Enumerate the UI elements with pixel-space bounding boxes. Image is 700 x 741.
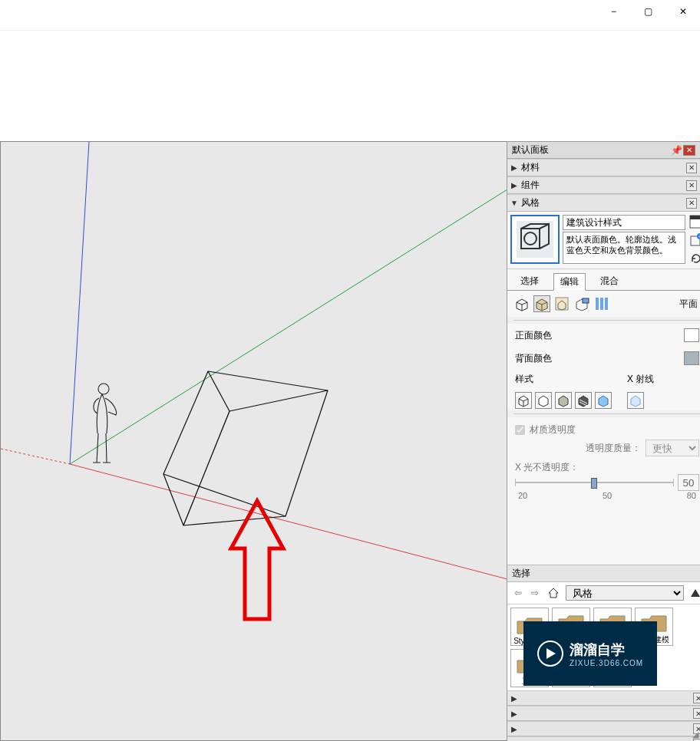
style-wireframe-icon[interactable] bbox=[515, 392, 532, 409]
svg-rect-5 bbox=[517, 221, 553, 258]
close-icon: ✕ bbox=[679, 6, 687, 17]
chevron-down-icon: ▼ bbox=[510, 199, 518, 207]
details-icon[interactable] bbox=[688, 586, 700, 600]
section-collapsed[interactable]: ▶✕ bbox=[507, 690, 700, 706]
section-components[interactable]: ▶ 组件 ✕ bbox=[507, 176, 700, 194]
section-styles-label: 风格 bbox=[521, 196, 540, 209]
pin-icon[interactable]: 📌 bbox=[671, 145, 682, 156]
section-materials-label: 材料 bbox=[521, 161, 540, 174]
section-components-label: 组件 bbox=[521, 179, 540, 192]
close-button[interactable]: ✕ bbox=[665, 0, 700, 23]
maximize-icon: ▢ bbox=[644, 6, 652, 17]
tray-close-button[interactable]: ✕ bbox=[683, 145, 695, 156]
section-materials[interactable]: ▶ 材料 ✕ bbox=[507, 159, 700, 176]
watermark-settings-icon[interactable] bbox=[573, 295, 590, 312]
section-styles[interactable]: ▼ 风格 ✕ bbox=[507, 194, 700, 212]
xray-label: X 射线 bbox=[627, 373, 654, 389]
toolbar-area bbox=[0, 31, 700, 141]
styles-category-select[interactable]: 风格 bbox=[566, 585, 684, 601]
material-transparency-label: 材质透明度 bbox=[530, 423, 576, 436]
minimize-button[interactable]: − bbox=[596, 0, 631, 23]
section-close-button[interactable]: ✕ bbox=[693, 693, 700, 703]
watermark-overlay: 溜溜自学 ZIXUE.3D66.COM bbox=[523, 621, 657, 686]
chevron-right-icon: ▶ bbox=[510, 181, 518, 189]
style-name-input[interactable] bbox=[563, 215, 685, 230]
style-description: 默认表面颜色。轮廓边线。浅蓝色天空和灰色背景颜色。 bbox=[563, 232, 685, 264]
chevron-right-icon: ▶ bbox=[510, 710, 518, 718]
settings-category-label: 平面 bbox=[679, 298, 700, 311]
new-style-icon[interactable]: + bbox=[689, 233, 700, 247]
tray-title[interactable]: 默认面板 📌 ✕ bbox=[507, 142, 700, 159]
svg-rect-8 bbox=[690, 216, 700, 219]
background-settings-icon[interactable] bbox=[553, 295, 570, 312]
nav-forward-button[interactable]: ⇨ bbox=[529, 588, 541, 598]
transparency-quality-label: 透明度质量： bbox=[586, 442, 641, 455]
svg-line-0 bbox=[70, 464, 507, 579]
style-textured-icon[interactable] bbox=[575, 392, 592, 409]
maximize-button[interactable]: ▢ bbox=[631, 0, 665, 23]
svg-rect-15 bbox=[600, 298, 603, 310]
opacity-value-input[interactable] bbox=[678, 474, 699, 491]
play-icon bbox=[537, 641, 563, 667]
style-monochrome-icon[interactable] bbox=[595, 392, 612, 409]
style-hidden-icon[interactable] bbox=[535, 392, 552, 409]
front-color-swatch[interactable] bbox=[684, 328, 699, 342]
home-icon[interactable] bbox=[546, 585, 561, 601]
viewport-3d[interactable] bbox=[0, 141, 507, 741]
minimize-icon: − bbox=[611, 6, 616, 17]
section-collapsed[interactable]: ▶✕ bbox=[507, 706, 700, 721]
section-close-button[interactable]: ✕ bbox=[686, 198, 697, 209]
transparency-quality-select[interactable]: 更快 bbox=[646, 440, 699, 456]
show-secondary-icon[interactable] bbox=[689, 215, 700, 229]
modeling-settings-icon[interactable] bbox=[593, 295, 610, 312]
style-label: 样式 bbox=[515, 373, 612, 389]
svg-rect-14 bbox=[596, 298, 599, 310]
svg-line-2 bbox=[70, 189, 507, 464]
front-color-label: 正面颜色 bbox=[515, 329, 678, 342]
tab-edit[interactable]: 编辑 bbox=[553, 273, 586, 291]
section-collapsed[interactable]: ▶✕ bbox=[507, 736, 700, 741]
slider-max-label: 80 bbox=[687, 491, 696, 500]
section-collapsed[interactable]: ▶✕ bbox=[507, 721, 700, 736]
window-titlebar: − ▢ ✕ bbox=[0, 0, 700, 31]
chooser-head[interactable]: 选择 bbox=[507, 565, 700, 582]
tab-select[interactable]: 选择 bbox=[513, 272, 546, 290]
edge-settings-icon[interactable] bbox=[513, 295, 530, 312]
svg-line-3 bbox=[70, 142, 89, 464]
face-settings-icon[interactable] bbox=[533, 295, 550, 312]
section-close-button[interactable]: ✕ bbox=[686, 163, 697, 173]
svg-point-4 bbox=[98, 384, 109, 394]
chevron-right-icon: ▶ bbox=[510, 725, 518, 733]
svg-line-1 bbox=[1, 449, 70, 464]
tab-mix[interactable]: 混合 bbox=[593, 272, 626, 290]
refresh-icon[interactable] bbox=[689, 252, 700, 265]
opacity-slider[interactable] bbox=[515, 476, 673, 489]
material-transparency-checkbox[interactable] bbox=[515, 425, 525, 435]
svg-rect-12 bbox=[556, 298, 568, 310]
xray-mode-icon[interactable] bbox=[627, 392, 644, 409]
x-opacity-label: X 光不透明度： bbox=[515, 461, 699, 474]
section-close-button[interactable]: ✕ bbox=[693, 708, 700, 719]
watermark-subtext: ZIXUE.3D66.COM bbox=[570, 659, 643, 667]
style-thumbnail[interactable] bbox=[510, 215, 560, 264]
svg-rect-13 bbox=[583, 298, 589, 303]
section-close-button[interactable]: ✕ bbox=[686, 180, 697, 191]
tray-title-label: 默认面板 bbox=[512, 143, 549, 156]
chevron-right-icon: ▶ bbox=[510, 163, 518, 172]
slider-mid-label: 50 bbox=[603, 491, 612, 500]
chevron-right-icon: ▶ bbox=[510, 694, 518, 703]
slider-min-label: 20 bbox=[518, 491, 527, 500]
resize-grip-icon[interactable]: ◢ bbox=[692, 729, 698, 739]
back-color-swatch[interactable] bbox=[684, 351, 699, 365]
nav-back-button[interactable]: ⇦ bbox=[512, 588, 524, 598]
back-color-label: 背面颜色 bbox=[515, 352, 678, 365]
watermark-text: 溜溜自学 bbox=[570, 642, 625, 657]
svg-rect-16 bbox=[605, 298, 608, 310]
style-shaded-icon[interactable] bbox=[555, 392, 572, 409]
